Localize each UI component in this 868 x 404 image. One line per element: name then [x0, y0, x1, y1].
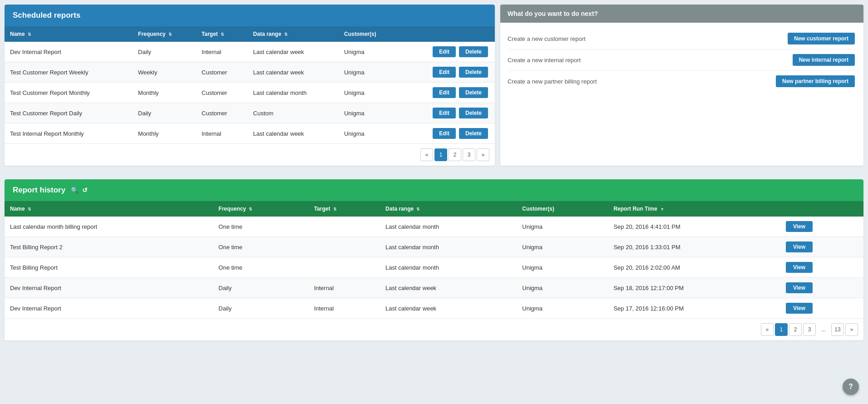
row-actions: Edit Delete: [399, 42, 495, 62]
edit-button[interactable]: Edit: [433, 87, 456, 98]
row-frequency: Monthly: [133, 123, 196, 144]
row-target: Internal: [196, 123, 248, 144]
search-icon[interactable]: 🔍: [71, 187, 79, 194]
row-actions: Edit Delete: [399, 123, 495, 144]
page-3-btn[interactable]: 3: [463, 148, 475, 161]
row-customers: Unigma: [339, 83, 399, 103]
hist-col-datarange[interactable]: Data range ⇅: [380, 201, 517, 217]
edit-button[interactable]: Edit: [433, 108, 456, 118]
refresh-icon[interactable]: ↺: [82, 187, 88, 194]
next-page-btn[interactable]: »: [477, 148, 489, 161]
name-sort-icon: ⇅: [28, 32, 31, 37]
hist-row-target: Internal: [309, 298, 380, 319]
hist-row-name: Test Billing Report 2: [5, 237, 213, 257]
delete-button[interactable]: Delete: [459, 46, 488, 57]
hist-page-3-btn[interactable]: 3: [803, 323, 816, 336]
row-customers: Unigma: [339, 62, 399, 83]
row-name: Test Internal Report Monthly: [5, 123, 133, 144]
freq-sort-icon: ⇅: [168, 32, 172, 37]
col-frequency[interactable]: Frequency ⇅: [133, 26, 196, 42]
delete-button[interactable]: Delete: [459, 87, 488, 98]
hist-page-2-btn[interactable]: 2: [789, 323, 802, 336]
hist-row-datarange: Last calendar week: [380, 278, 517, 298]
scheduled-pagination: « 1 2 3 »: [5, 144, 495, 166]
hist-row-actions: View: [780, 257, 863, 278]
action-description: Create a new customer report: [508, 35, 586, 42]
hist-col-runtime[interactable]: Report Run Time ▼: [608, 201, 780, 217]
hist-row-name: Last calendar month billing report: [5, 217, 213, 237]
hist-row-customers: Unigma: [517, 278, 608, 298]
hist-row-target: [309, 217, 380, 237]
row-customers: Unigma: [339, 42, 399, 62]
view-button[interactable]: View: [786, 221, 813, 232]
hist-row-customers: Unigma: [517, 298, 608, 319]
hist-row-actions: View: [780, 237, 863, 257]
col-datarange[interactable]: Data range ⇅: [248, 26, 339, 42]
table-row: Test Billing Report 2 One time Last cale…: [5, 237, 863, 257]
new-report-button[interactable]: New internal report: [793, 54, 855, 66]
right-panel: What do you want to do next? Create a ne…: [500, 5, 863, 166]
hist-row-actions: View: [780, 278, 863, 298]
hist-target-sort-icon: ⇅: [333, 207, 337, 212]
hist-row-runtime: Sep 17, 2016 12:16:00 PM: [608, 298, 780, 319]
hist-col-target[interactable]: Target ⇅: [309, 201, 380, 217]
hist-row-datarange: Last calendar week: [380, 298, 517, 319]
page-2-btn[interactable]: 2: [449, 148, 461, 161]
range-sort-icon: ⇅: [284, 32, 288, 37]
hist-row-target: [309, 237, 380, 257]
row-datarange: Last calendar week: [248, 42, 339, 62]
new-report-button[interactable]: New partner billing report: [776, 75, 855, 87]
view-button[interactable]: View: [786, 282, 813, 293]
col-target[interactable]: Target ⇅: [196, 26, 248, 42]
table-row: Dev Internal Report Daily Internal Last …: [5, 278, 863, 298]
delete-button[interactable]: Delete: [459, 67, 488, 78]
report-history-section: Report history 🔍 ↺ Name ⇅ Frequency ⇅ Ta…: [5, 179, 863, 340]
new-report-button[interactable]: New customer report: [788, 33, 855, 44]
hist-row-name: Dev Internal Report: [5, 298, 213, 319]
edit-button[interactable]: Edit: [433, 67, 456, 78]
hist-col-name[interactable]: Name ⇅: [5, 201, 213, 217]
view-button[interactable]: View: [786, 303, 813, 314]
hist-prev-btn[interactable]: «: [761, 323, 774, 336]
right-panel-header: What do you want to do next?: [500, 5, 863, 23]
row-customers: Unigma: [339, 123, 399, 144]
hist-page-13-btn[interactable]: 13: [831, 323, 844, 336]
page-1-btn[interactable]: 1: [434, 148, 447, 161]
hist-name-sort-icon: ⇅: [28, 207, 31, 212]
table-row: Test Customer Report Monthly Monthly Cus…: [5, 83, 495, 103]
row-customers: Unigma: [339, 103, 399, 123]
hist-col-actions: [780, 201, 863, 217]
row-target: Internal: [196, 42, 248, 62]
hist-next-btn[interactable]: »: [845, 323, 858, 336]
hist-row-frequency: Daily: [213, 278, 308, 298]
delete-button[interactable]: Delete: [459, 108, 488, 118]
hist-row-datarange: Last calendar month: [380, 217, 517, 237]
table-row: Test Internal Report Monthly Monthly Int…: [5, 123, 495, 144]
history-pagination: « 1 2 3 ... 13 »: [5, 319, 863, 340]
hist-row-name: Test Billing Report: [5, 257, 213, 278]
hist-ellipsis: ...: [817, 323, 830, 336]
prev-page-btn[interactable]: «: [420, 148, 433, 161]
row-datarange: Last calendar week: [248, 123, 339, 144]
hist-page-1-btn[interactable]: 1: [775, 323, 788, 336]
edit-button[interactable]: Edit: [433, 128, 456, 139]
row-name: Test Customer Report Weekly: [5, 62, 133, 83]
hist-col-frequency[interactable]: Frequency ⇅: [213, 201, 308, 217]
row-name: Dev Internal Report: [5, 42, 133, 62]
col-customers: Customer(s): [339, 26, 399, 42]
row-target: Customer: [196, 62, 248, 83]
row-datarange: Last calendar month: [248, 83, 339, 103]
view-button[interactable]: View: [786, 241, 813, 252]
hist-row-actions: View: [780, 217, 863, 237]
hist-row-customers: Unigma: [517, 257, 608, 278]
col-name[interactable]: Name ⇅: [5, 26, 133, 42]
right-panel-row: Create a new internal report New interna…: [508, 49, 856, 71]
hist-range-sort-icon: ⇅: [416, 207, 420, 212]
view-button[interactable]: View: [786, 262, 813, 273]
delete-button[interactable]: Delete: [459, 128, 488, 139]
hist-row-datarange: Last calendar month: [380, 237, 517, 257]
help-button[interactable]: ?: [843, 379, 859, 395]
hist-row-frequency: Daily: [213, 298, 308, 319]
edit-button[interactable]: Edit: [433, 46, 456, 57]
target-sort-icon: ⇅: [221, 32, 224, 37]
